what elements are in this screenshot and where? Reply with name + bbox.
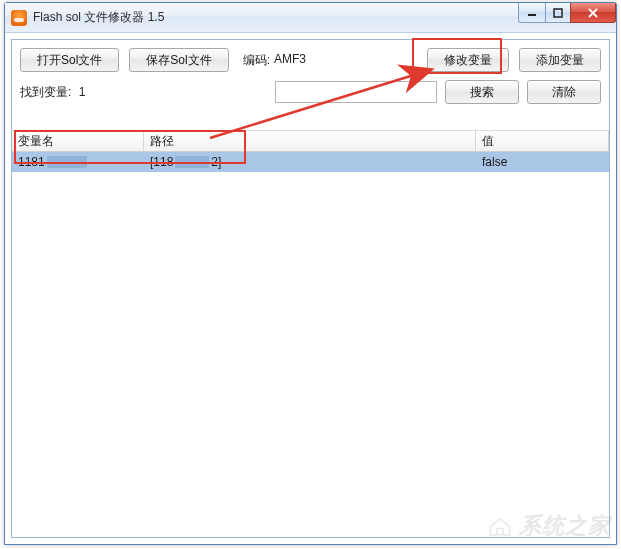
found-label: 找到变量:	[20, 85, 71, 99]
cell-name: 1181	[12, 152, 144, 172]
toolbar-search: 找到变量: 1 搜索 清除	[12, 76, 609, 112]
close-icon	[587, 8, 599, 18]
grid-header: 变量名 路径 值	[12, 130, 609, 152]
window-buttons	[519, 3, 616, 23]
cell-path: [118 2]	[144, 152, 476, 172]
redaction-mask	[47, 156, 87, 168]
cell-path-suffix: 2]	[211, 155, 221, 169]
toolbar-primary: 打开Sol文件 保存Sol文件 编码: AMF3 修改变量 添加变量	[12, 40, 609, 76]
search-input[interactable]	[275, 81, 437, 103]
titlebar[interactable]: Flash sol 文件修改器 1.5	[5, 3, 616, 33]
minimize-icon	[527, 8, 537, 18]
svg-rect-1	[554, 9, 562, 17]
col-header-value[interactable]: 值	[476, 131, 609, 151]
minimize-button[interactable]	[518, 3, 546, 23]
svg-rect-0	[528, 14, 536, 16]
cell-value-text: false	[482, 155, 507, 169]
table-row[interactable]: 1181 [118 2] false	[12, 152, 609, 172]
found-readout: 找到变量: 1	[20, 84, 85, 101]
window-title: Flash sol 文件修改器 1.5	[33, 9, 164, 26]
encoding-readout: 编码: AMF3	[243, 52, 306, 69]
client-area: 打开Sol文件 保存Sol文件 编码: AMF3 修改变量 添加变量 找到变量:…	[11, 39, 610, 538]
found-count: 1	[79, 85, 86, 99]
cell-value: false	[476, 152, 609, 172]
encoding-value: AMF3	[274, 52, 306, 69]
search-button[interactable]: 搜索	[445, 80, 519, 104]
save-sol-button[interactable]: 保存Sol文件	[129, 48, 228, 72]
app-icon	[11, 10, 27, 26]
encoding-label: 编码:	[243, 52, 270, 69]
col-header-path[interactable]: 路径	[144, 131, 476, 151]
variables-grid: 变量名 路径 值 1181 [118 2] false	[12, 130, 609, 537]
modify-var-button[interactable]: 修改变量	[427, 48, 509, 72]
open-sol-button[interactable]: 打开Sol文件	[20, 48, 119, 72]
maximize-icon	[553, 8, 563, 18]
grid-body[interactable]: 1181 [118 2] false	[12, 152, 609, 537]
col-header-name[interactable]: 变量名	[12, 131, 144, 151]
cell-name-text: 1181	[18, 155, 45, 169]
clear-button[interactable]: 清除	[527, 80, 601, 104]
cell-path-prefix: [118	[150, 155, 173, 169]
maximize-button[interactable]	[545, 3, 571, 23]
app-window: Flash sol 文件修改器 1.5 打开Sol文件 保存Sol文件 编码:	[4, 2, 617, 545]
redaction-mask	[175, 156, 209, 168]
add-var-button[interactable]: 添加变量	[519, 48, 601, 72]
close-button[interactable]	[570, 3, 616, 23]
